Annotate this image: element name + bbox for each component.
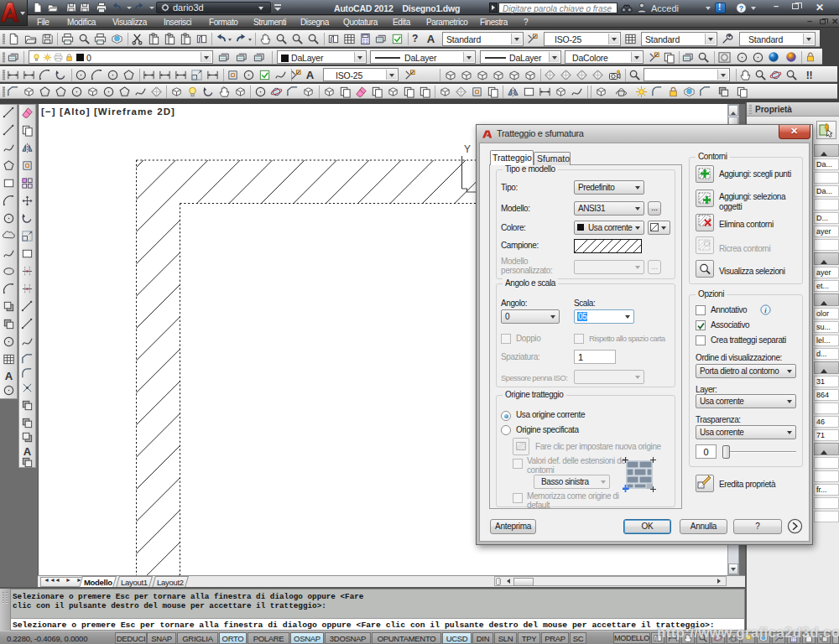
svg-text:?: ? xyxy=(739,4,743,13)
svg-text:Y: Y xyxy=(464,143,471,155)
